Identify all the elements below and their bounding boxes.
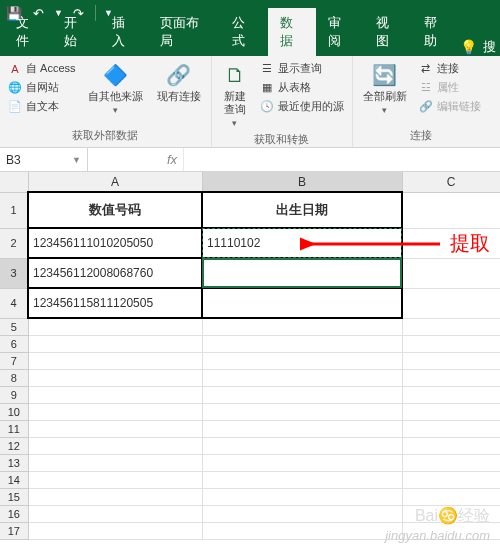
spreadsheet-grid[interactable]: A B C 1 数值号码 出生日期 2 123456111010205050 1…	[0, 172, 500, 540]
cell[interactable]	[28, 437, 202, 454]
cell[interactable]	[202, 437, 402, 454]
cell-a4[interactable]: 123456115811120505	[28, 288, 202, 318]
row-header[interactable]: 3	[0, 258, 28, 288]
cell[interactable]	[202, 318, 402, 335]
cell-a2[interactable]: 123456111010205050	[28, 228, 202, 258]
cell-c4[interactable]	[402, 288, 500, 318]
from-access-button[interactable]: A自 Access	[6, 60, 78, 77]
connections-button[interactable]: ⇄连接	[417, 60, 483, 77]
cell[interactable]	[402, 471, 500, 488]
cell[interactable]	[28, 488, 202, 505]
cell[interactable]	[28, 454, 202, 471]
cell[interactable]	[202, 335, 402, 352]
row-header[interactable]: 1	[0, 192, 28, 228]
recent-icon: 🕓	[260, 100, 274, 114]
edit-links-button[interactable]: 🔗编辑链接	[417, 98, 483, 115]
row-header[interactable]: 5	[0, 318, 28, 335]
cell-b1[interactable]: 出生日期	[202, 192, 402, 228]
col-header-c[interactable]: C	[402, 172, 500, 192]
col-header-a[interactable]: A	[28, 172, 202, 192]
show-queries-button[interactable]: ☰显示查询	[258, 60, 346, 77]
chevron-down-icon[interactable]: ▼	[72, 155, 81, 165]
cell[interactable]	[28, 403, 202, 420]
from-other-button[interactable]: 🔷 自其他来源 ▾	[84, 60, 147, 117]
row-header[interactable]: 10	[0, 403, 28, 420]
cell[interactable]	[202, 386, 402, 403]
select-all-corner[interactable]	[0, 172, 28, 192]
cell-c3[interactable]	[402, 258, 500, 288]
tab-home[interactable]: 开始	[52, 8, 100, 56]
row-header[interactable]: 9	[0, 386, 28, 403]
tab-insert[interactable]: 插入	[100, 8, 148, 56]
cell[interactable]	[202, 369, 402, 386]
properties-button[interactable]: ☳属性	[417, 79, 483, 96]
cell[interactable]	[202, 505, 402, 522]
tab-view[interactable]: 视图	[364, 8, 412, 56]
row-header[interactable]: 6	[0, 335, 28, 352]
cell[interactable]	[202, 471, 402, 488]
group-label-connections: 连接	[359, 126, 483, 145]
row-header[interactable]: 8	[0, 369, 28, 386]
from-table-button[interactable]: ▦从表格	[258, 79, 346, 96]
cell[interactable]	[402, 488, 500, 505]
row-header[interactable]: 4	[0, 288, 28, 318]
row-header[interactable]: 2	[0, 228, 28, 258]
row-header[interactable]: 16	[0, 505, 28, 522]
cell[interactable]	[28, 522, 202, 539]
recent-sources-button[interactable]: 🕓最近使用的源	[258, 98, 346, 115]
cell[interactable]	[202, 403, 402, 420]
row-header[interactable]: 13	[0, 454, 28, 471]
tab-help[interactable]: 帮助	[412, 8, 460, 56]
tab-file[interactable]: 文件	[4, 8, 52, 56]
cell[interactable]	[28, 318, 202, 335]
cell[interactable]	[28, 335, 202, 352]
cell-a1[interactable]: 数值号码	[28, 192, 202, 228]
existing-connections-button[interactable]: 🔗 现有连接	[153, 60, 205, 105]
cell[interactable]	[28, 386, 202, 403]
cell-c1[interactable]	[402, 192, 500, 228]
cell[interactable]	[402, 352, 500, 369]
tab-formulas[interactable]: 公式	[220, 8, 268, 56]
cell[interactable]	[28, 420, 202, 437]
tell-me-icon[interactable]: 💡	[460, 39, 477, 55]
cell[interactable]	[402, 454, 500, 471]
cell[interactable]	[402, 437, 500, 454]
cell[interactable]	[402, 318, 500, 335]
tab-review[interactable]: 审阅	[316, 8, 364, 56]
row-header[interactable]: 17	[0, 522, 28, 539]
name-box[interactable]: B3 ▼	[0, 148, 88, 171]
refresh-all-button[interactable]: 🔄 全部刷新 ▾	[359, 60, 411, 117]
cell[interactable]	[28, 505, 202, 522]
from-web-button[interactable]: 🌐自网站	[6, 79, 78, 96]
tab-data[interactable]: 数据	[268, 8, 316, 56]
row-header[interactable]: 7	[0, 352, 28, 369]
formula-input[interactable]	[184, 148, 500, 171]
watermark-logo: Bai♋经验	[415, 506, 490, 527]
cell[interactable]	[402, 386, 500, 403]
cell-a3[interactable]: 123456112008068760	[28, 258, 202, 288]
cell[interactable]	[402, 335, 500, 352]
tell-me-text[interactable]: 搜	[483, 38, 496, 56]
cell-b4[interactable]	[202, 288, 402, 318]
col-header-b[interactable]: B	[202, 172, 402, 192]
cell[interactable]	[202, 488, 402, 505]
cell[interactable]	[28, 471, 202, 488]
row-header[interactable]: 11	[0, 420, 28, 437]
cell-b3[interactable]	[202, 258, 402, 288]
cell[interactable]	[202, 420, 402, 437]
row-header[interactable]: 12	[0, 437, 28, 454]
cell[interactable]	[28, 369, 202, 386]
cell[interactable]	[402, 369, 500, 386]
cell[interactable]	[202, 454, 402, 471]
new-query-button[interactable]: 🗋 新建 查询 ▾	[218, 60, 252, 130]
row-header[interactable]: 14	[0, 471, 28, 488]
cell[interactable]	[402, 420, 500, 437]
row-header[interactable]: 15	[0, 488, 28, 505]
from-text-button[interactable]: 📄自文本	[6, 98, 78, 115]
cell[interactable]	[202, 352, 402, 369]
tab-layout[interactable]: 页面布局	[148, 8, 220, 56]
cell[interactable]	[202, 522, 402, 539]
cell[interactable]	[402, 403, 500, 420]
cell[interactable]	[28, 352, 202, 369]
fx-area[interactable]: fx	[88, 148, 184, 171]
